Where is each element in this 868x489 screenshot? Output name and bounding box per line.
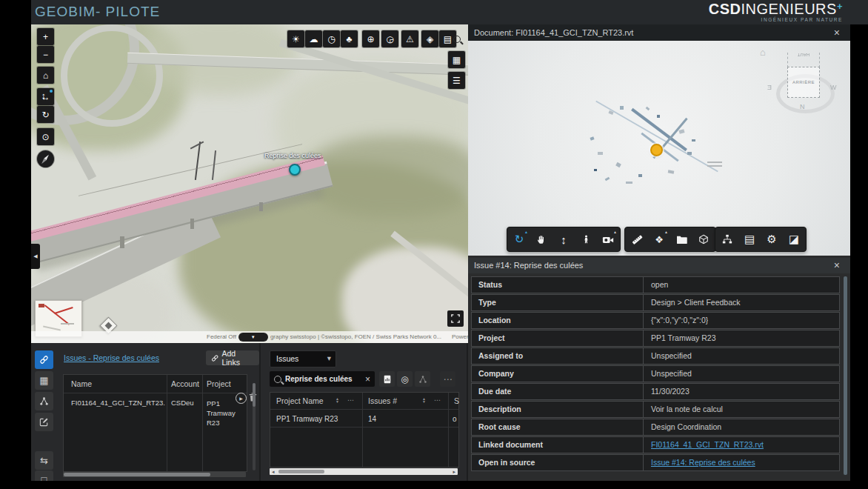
- links-breadcrumb[interactable]: Issues - Reprise des culées: [64, 353, 159, 362]
- folder-button[interactable]: [671, 229, 692, 250]
- locate-button[interactable]: ⊙: [37, 128, 54, 145]
- project-col-menu[interactable]: ⋯: [347, 396, 355, 404]
- swap-icon: ⇆: [40, 455, 48, 466]
- vegetation-button[interactable]: ♣: [341, 30, 358, 47]
- select-tab-button[interactable]: □: [35, 470, 53, 481]
- relations-tab-button[interactable]: [35, 392, 53, 410]
- right-gutter: [850, 24, 868, 482]
- edit-tab-button[interactable]: [35, 413, 53, 431]
- zoom-in-button[interactable]: +: [37, 28, 54, 45]
- scroll-right-icon[interactable]: ▸: [453, 468, 455, 475]
- target-button[interactable]: ◎: [397, 371, 413, 387]
- legend-icon: ☰: [453, 76, 461, 86]
- select-path-button[interactable]: [415, 371, 430, 387]
- map-search-button[interactable]: [448, 30, 465, 47]
- plus-icon: +: [43, 32, 48, 42]
- viewer-toolbar-navigation: ↻▲ ↕ ▲: [507, 227, 621, 252]
- search-value: Reprise des culées: [285, 375, 353, 383]
- close-document-button[interactable]: ×: [834, 27, 840, 38]
- close-issue-button[interactable]: ×: [834, 260, 840, 270]
- shadow-button[interactable]: ◷: [323, 30, 340, 47]
- connection-icon: [39, 396, 49, 406]
- open-link-button[interactable]: ▶: [236, 393, 247, 404]
- camera-icon: [602, 235, 614, 245]
- layers-button[interactable]: ◈: [421, 30, 438, 47]
- add-links-button[interactable]: Add Links: [206, 350, 259, 365]
- fullscreen-viewer-button[interactable]: ◪: [784, 229, 804, 250]
- map-canvas[interactable]: Reprise des culées + − ⌂ ↔↔ ↻ ⊙ ☀ ☁ ◷ ♣ …: [31, 24, 468, 343]
- map-issue-label[interactable]: Reprise des culées: [264, 152, 321, 159]
- map-attribution: Federal Off▾graphy swisstopo | ©swisstop…: [31, 331, 468, 343]
- panel-collapse-tab[interactable]: ◀: [31, 244, 40, 269]
- links-table: Name Account Project FI01164_41_GCI_TZN_…: [63, 374, 247, 472]
- company-logo: CSDINGENIEURS+ INGÉNIEUX PAR NATURE: [709, 1, 843, 23]
- pan-tool-button[interactable]: ↔↔: [37, 88, 54, 105]
- slice-button[interactable]: ◶: [381, 30, 398, 47]
- model-issue-marker[interactable]: [650, 144, 663, 156]
- zoom-tool-button[interactable]: ↕: [553, 229, 574, 250]
- properties-button[interactable]: ▤: [739, 229, 760, 250]
- issues-horizontal-scrollbar[interactable]: ◂ ▸: [270, 468, 458, 475]
- links-row-name[interactable]: FI01164_41_GCI_TZN_RT23.rvt: [71, 399, 165, 407]
- daylight-button[interactable]: ☀: [287, 30, 304, 47]
- issues-col-count[interactable]: Issues #: [368, 396, 397, 405]
- globe-icon: ⊕: [367, 34, 374, 44]
- explode-tool-button[interactable]: ❖▲: [649, 229, 670, 250]
- report-button[interactable]: [379, 371, 395, 387]
- issue-row-due-date: Due date11/30/2023: [471, 383, 840, 400]
- hierarchy-icon: [722, 234, 732, 245]
- issue-row-type: TypeDesign > Client Feedback: [471, 294, 840, 311]
- globe-button[interactable]: ⊕: [362, 30, 379, 47]
- issues-type-dropdown[interactable]: Issues ▾: [270, 350, 336, 367]
- links-vertical-scrollbar[interactable]: [253, 383, 256, 470]
- more-options-button[interactable]: ⋯: [440, 371, 455, 387]
- linked-document-link[interactable]: FI01164_41_GCI_TZN_RT23.rvt: [644, 437, 764, 453]
- attribution-toggle[interactable]: ▾: [238, 333, 268, 342]
- map-issue-marker[interactable]: [289, 164, 301, 176]
- cloud-icon: ☁: [310, 34, 318, 44]
- viewer-toolbar-tools: ❖▲: [624, 227, 716, 252]
- camera-tool-button[interactable]: ▲: [598, 229, 618, 250]
- zoom-out-button[interactable]: −: [37, 46, 54, 63]
- open-in-source-link[interactable]: Issue #14: Reprise des culées: [644, 455, 755, 470]
- orbit-tool-button[interactable]: ↻▲: [509, 229, 530, 250]
- issues-row-project[interactable]: PP1 Tramway R23: [276, 415, 338, 423]
- measure-tool-button[interactable]: [627, 229, 647, 250]
- scroll-left-icon[interactable]: ◂: [272, 468, 275, 475]
- issue-row-assigned: Assigned toUnspecified: [471, 347, 840, 365]
- elevation-button[interactable]: ⚠: [401, 30, 418, 47]
- pan-tool-button-viewer[interactable]: [531, 229, 552, 250]
- map-fullscreen-button[interactable]: [447, 310, 464, 327]
- sort-count-icon[interactable]: ▲▼: [422, 397, 426, 403]
- sort-project-icon[interactable]: ▲▼: [335, 397, 339, 403]
- swap-tab-button[interactable]: ⇆: [35, 451, 53, 470]
- clear-search-icon[interactable]: ×: [365, 374, 370, 385]
- weather-button[interactable]: ☁: [305, 30, 322, 47]
- issue-row-linked-document: Linked documentFI01164_41_GCI_TZN_RT23.r…: [471, 436, 840, 453]
- first-person-button[interactable]: [575, 229, 596, 250]
- attribution-text-right: graphy swisstopo | ©swisstopo, FOEN / Sw…: [270, 333, 441, 340]
- home-extent-button[interactable]: ⌂: [37, 67, 54, 84]
- logo-ingenieurs: INGENIEURS: [741, 1, 836, 17]
- basemap-button[interactable]: ▦: [448, 51, 465, 68]
- compass-button[interactable]: [37, 150, 54, 167]
- issues-search-input[interactable]: Reprise des culées ×: [270, 371, 375, 387]
- issues-col-project[interactable]: Project Name: [276, 396, 324, 405]
- legend-button[interactable]: ☰: [448, 72, 465, 89]
- issue-panel-scrollbar[interactable]: [844, 276, 847, 475]
- count-col-menu[interactable]: ⋯: [434, 396, 441, 404]
- links-horizontal-scrollbar[interactable]: [63, 472, 246, 477]
- bottom-bar: [0, 481, 868, 489]
- issue-row-status: Statusopen: [471, 276, 840, 293]
- links-tab-button[interactable]: [35, 350, 53, 369]
- model-viewer-canvas[interactable]: ⌂ HAUT ARRIÈRE E W N: [468, 41, 850, 256]
- table-tab-button[interactable]: ▦: [35, 371, 53, 390]
- model-button[interactable]: [693, 229, 714, 250]
- settings-button[interactable]: ⚙: [761, 229, 782, 250]
- model-browser-button[interactable]: [717, 229, 738, 250]
- issues-row-status-partial: o: [453, 415, 457, 423]
- tree-icon: ♣: [347, 34, 353, 44]
- table-icon: ▦: [39, 375, 48, 386]
- link-icon: [39, 355, 49, 365]
- rotate-tool-button[interactable]: ↻: [37, 106, 54, 123]
